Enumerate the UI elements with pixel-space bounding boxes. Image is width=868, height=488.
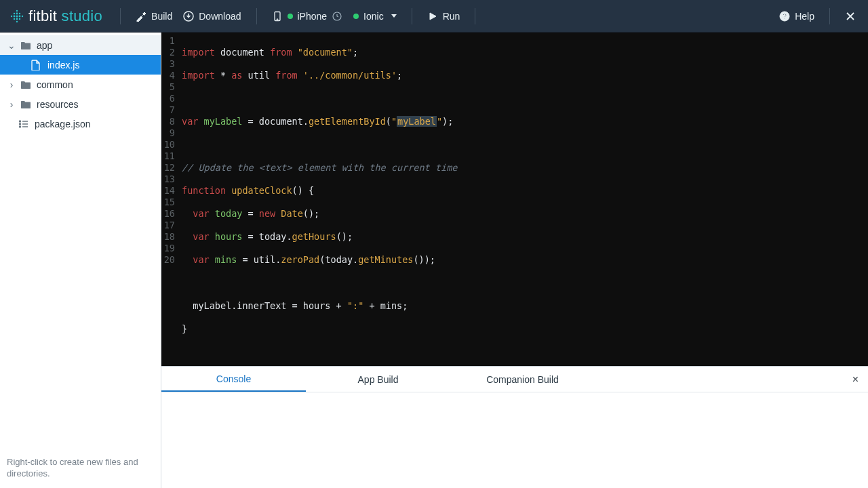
folder-icon	[20, 41, 33, 50]
folder-common[interactable]: › common	[0, 75, 161, 94]
phone-selector[interactable]: iPhone	[267, 11, 349, 22]
file-package-json-label: package.json	[35, 119, 91, 129]
file-index-js[interactable]: index.js	[0, 55, 161, 75]
device-status-dot	[353, 14, 359, 19]
chevron-down-icon: ⌄	[7, 40, 16, 51]
chevron-right-icon: ›	[7, 99, 16, 110]
close-window-button[interactable]	[840, 11, 861, 22]
phone-status-dot	[288, 14, 293, 19]
svg-point-6	[16, 12, 18, 14]
code-content: import document from "document"; import …	[179, 35, 868, 366]
console-output[interactable]	[161, 392, 868, 488]
svg-point-3	[19, 15, 21, 17]
tab-companion-build[interactable]: Companion Build	[450, 367, 595, 392]
svg-point-1	[14, 15, 16, 17]
svg-point-4	[22, 15, 23, 16]
svg-point-7	[19, 12, 20, 14]
file-list: ⌄ app index.js › common ›	[0, 33, 161, 449]
svg-point-15	[277, 18, 278, 20]
file-package-json[interactable]: package.json	[0, 114, 161, 134]
svg-point-9	[16, 18, 18, 20]
folder-common-label: common	[37, 79, 73, 90]
file-icon	[31, 60, 43, 70]
svg-point-0	[11, 15, 12, 16]
device-label: Ionic	[363, 11, 384, 22]
list-icon	[18, 119, 31, 129]
help-icon: ?	[779, 11, 790, 22]
file-explorer: ⌄ app index.js › common ›	[0, 33, 161, 488]
folder-icon	[20, 100, 33, 109]
svg-point-23	[20, 126, 21, 127]
folder-icon	[20, 80, 33, 89]
divider	[256, 8, 257, 24]
bottom-panel: Console App Build Companion Build ×	[161, 366, 868, 488]
editor-column: 1234567891011121314151617181920 import d…	[161, 33, 868, 488]
work-area: ⌄ app index.js › common ›	[0, 33, 868, 488]
tab-app-build[interactable]: App Build	[306, 367, 450, 392]
file-index-js-label: index.js	[47, 60, 79, 70]
chevron-down-icon	[391, 14, 397, 18]
folder-resources-label: resources	[37, 99, 78, 110]
divider	[475, 8, 475, 24]
hammer-icon	[136, 11, 146, 22]
line-gutter: 1234567891011121314151617181920	[161, 35, 179, 366]
svg-text:?: ?	[783, 12, 787, 20]
svg-point-10	[19, 18, 20, 19]
brand-text: fitbit studio	[28, 7, 102, 25]
sidebar-hint: Right-click to create new files and dire…	[0, 449, 161, 488]
phone-icon	[272, 11, 283, 22]
folder-app-label: app	[37, 40, 52, 51]
download-button[interactable]: Download	[178, 11, 246, 22]
brand-logo: fitbit studio	[7, 7, 111, 25]
help-label: Help	[795, 11, 814, 22]
bottom-tab-row: Console App Build Companion Build ×	[161, 367, 868, 392]
phone-label: iPhone	[298, 11, 328, 22]
play-icon	[427, 11, 438, 22]
svg-point-21	[20, 123, 21, 125]
help-button[interactable]: ? Help	[774, 11, 820, 22]
divider	[120, 8, 121, 24]
run-label: Run	[443, 11, 460, 22]
device-selector[interactable]: Ionic	[348, 11, 402, 22]
svg-point-19	[20, 121, 21, 122]
svg-point-12	[16, 20, 18, 22]
folder-app[interactable]: ⌄ app	[0, 35, 161, 55]
fitbit-logo-icon	[9, 9, 24, 24]
svg-point-11	[16, 9, 18, 11]
tab-console[interactable]: Console	[161, 367, 306, 392]
clock-icon	[332, 11, 342, 22]
divider	[829, 8, 830, 24]
folder-resources[interactable]: › resources	[0, 94, 161, 114]
run-button[interactable]: Run	[422, 11, 466, 22]
chevron-right-icon: ›	[7, 79, 16, 90]
divider	[412, 8, 412, 24]
top-bar: fitbit studio Build Download iPhone Ioni…	[0, 0, 868, 33]
svg-point-2	[16, 15, 18, 17]
close-icon	[845, 11, 856, 22]
download-icon	[183, 11, 194, 22]
download-label: Download	[199, 11, 241, 22]
build-label: Build	[151, 11, 172, 22]
build-button[interactable]: Build	[130, 11, 178, 22]
svg-point-5	[14, 12, 15, 14]
svg-point-8	[14, 18, 15, 19]
close-panel-button[interactable]: ×	[852, 374, 859, 385]
code-editor[interactable]: 1234567891011121314151617181920 import d…	[161, 33, 868, 366]
